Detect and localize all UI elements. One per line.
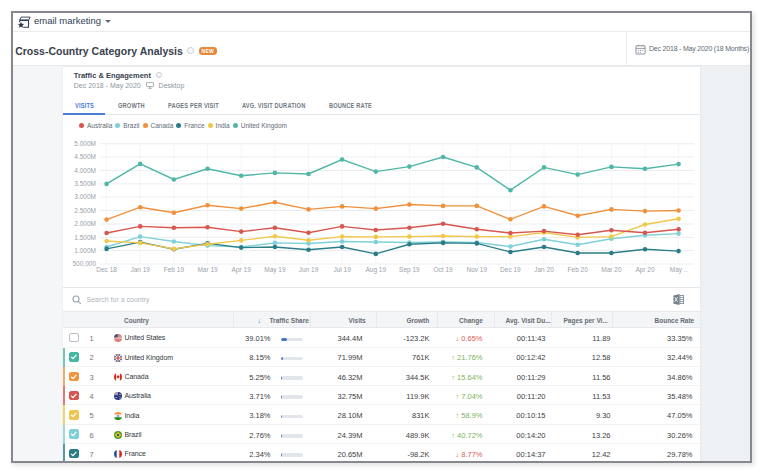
svg-text:Jun 19: Jun 19 bbox=[298, 266, 318, 273]
svg-text:Feb 19: Feb 19 bbox=[163, 266, 184, 273]
svg-text:Nov 19: Nov 19 bbox=[466, 266, 487, 273]
svg-text:May ..: May .. bbox=[669, 266, 687, 274]
svg-text:3.500M: 3.500M bbox=[74, 180, 96, 187]
svg-text:2.500M: 2.500M bbox=[74, 207, 96, 214]
svg-text:Oct 19: Oct 19 bbox=[433, 266, 453, 273]
svg-text:Sep 19: Sep 19 bbox=[399, 266, 420, 274]
svg-text:Jan 20: Jan 20 bbox=[534, 266, 554, 273]
svg-text:Apr 19: Apr 19 bbox=[231, 266, 251, 274]
svg-text:2.000M: 2.000M bbox=[74, 220, 96, 227]
svg-text:5.000M: 5.000M bbox=[74, 140, 96, 147]
svg-text:Jul 19: Jul 19 bbox=[333, 266, 351, 273]
svg-text:1.000M: 1.000M bbox=[74, 247, 96, 254]
svg-text:Dec 18: Dec 18 bbox=[96, 266, 117, 273]
svg-text:May 19: May 19 bbox=[264, 266, 286, 274]
svg-text:Apr 20: Apr 20 bbox=[635, 266, 655, 274]
svg-text:500,000: 500,000 bbox=[72, 260, 96, 267]
svg-text:4.500M: 4.500M bbox=[74, 153, 96, 160]
svg-text:Aug 19: Aug 19 bbox=[365, 266, 386, 274]
svg-text:1.500M: 1.500M bbox=[74, 234, 96, 241]
svg-text:Dec 19: Dec 19 bbox=[500, 266, 521, 273]
svg-text:Feb 20: Feb 20 bbox=[567, 266, 588, 273]
svg-text:Mar 20: Mar 20 bbox=[601, 266, 622, 273]
svg-text:Jan 19: Jan 19 bbox=[130, 266, 150, 273]
svg-text:Mar 19: Mar 19 bbox=[197, 266, 218, 273]
svg-text:4.000M: 4.000M bbox=[74, 167, 96, 174]
svg-text:3.000M: 3.000M bbox=[74, 193, 96, 200]
